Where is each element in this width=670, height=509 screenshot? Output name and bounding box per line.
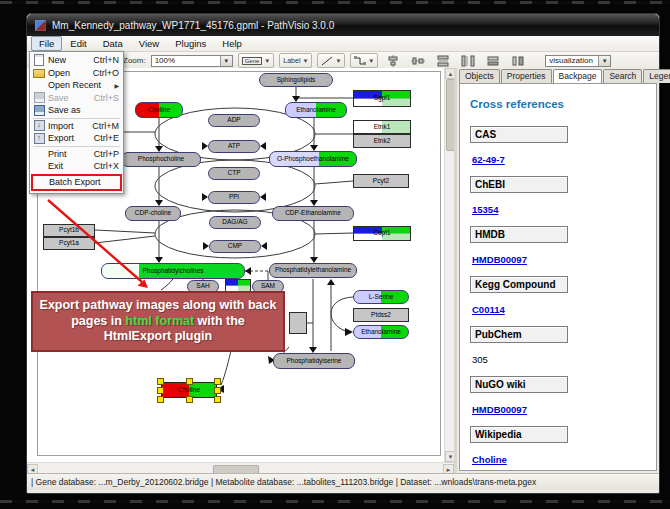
node-phosphatidylcholines[interactable]: Phosphatidylcholines — [101, 263, 245, 279]
node-phosphatidylethanolamine[interactable]: Phosphatidylethanolamine — [269, 263, 357, 278]
selection-handle[interactable] — [157, 378, 164, 385]
xref-section: ChEBI 15354 — [470, 176, 656, 217]
tab-objects[interactable]: Objects — [459, 69, 500, 83]
align-middle-button[interactable] — [408, 53, 428, 69]
node-cdp-choline[interactable]: CDP-choline — [125, 206, 181, 221]
zoom-label: Zoom: — [123, 56, 146, 65]
label-tool-button[interactable]: Label ▼ — [279, 53, 312, 68]
gene-tool-button[interactable]: Gene ▼ — [238, 53, 275, 68]
selection-handle[interactable] — [214, 387, 221, 394]
xref-section: Wikipedia Choline — [470, 426, 656, 467]
xref-link-wikipedia[interactable]: Choline — [472, 454, 507, 465]
side-panel: Objects Properties Backpage Search Legen… — [457, 68, 659, 473]
node-pcyt1a[interactable]: Pcyt1a — [43, 237, 95, 250]
connector-tool-button[interactable]: ▼ — [350, 53, 378, 68]
line-tool-button[interactable]: ▼ — [317, 53, 345, 68]
tab-properties[interactable]: Properties — [501, 69, 552, 83]
menu-item-new[interactable]: New Ctrl+N — [30, 54, 123, 67]
xref-link-cas[interactable]: 62-49-7 — [472, 154, 505, 165]
distribute-vertical-button[interactable] — [433, 53, 453, 69]
menu-item-open[interactable]: Open Ctrl+O — [30, 67, 123, 80]
common-height-button[interactable] — [508, 53, 528, 69]
zoom-select[interactable]: 100% ▼ — [151, 55, 233, 67]
menu-file[interactable]: File — [31, 36, 62, 51]
node-phosphatidylserine[interactable]: Phosphatidylserine — [273, 353, 355, 369]
menu-item-print[interactable]: Print Ctrl+P — [30, 148, 123, 161]
node-o-phosphoethanolamine[interactable]: O-Phosphoethanolamine — [269, 151, 357, 167]
node-dag[interactable]: DAG/AG — [209, 216, 261, 229]
node-atp[interactable]: ATP — [208, 140, 260, 153]
node-gene-hidden-partial[interactable] — [289, 312, 307, 334]
xref-link-chebi[interactable]: 15354 — [472, 204, 498, 215]
node-etnk1[interactable]: Etnk1 — [353, 120, 411, 134]
menu-item-import[interactable]: ↓ Import Ctrl+M — [30, 120, 123, 133]
slide-border-texture-top — [0, 1, 670, 4]
node-phosphocholine[interactable]: Phosphocholine — [121, 152, 201, 167]
backpage-panel: Cross references CAS 62-49-7 ChEBI 15354… — [459, 83, 657, 471]
menu-edit[interactable]: Edit — [62, 36, 94, 51]
title-bar: Mm_Kennedy_pathway_WP1771_45176.gpml - P… — [27, 14, 659, 36]
node-adp[interactable]: ADP — [208, 114, 260, 127]
node-sphingolipids[interactable]: Sphingolipids — [259, 73, 333, 87]
xref-link-kegg[interactable]: C00114 — [472, 304, 505, 315]
selection-handle[interactable] — [214, 396, 221, 403]
xref-link-hmdb[interactable]: HMDB00097 — [472, 254, 527, 265]
node-ptdss2[interactable]: Ptdss2 — [353, 308, 409, 322]
menu-data[interactable]: Data — [95, 36, 131, 51]
menu-item-export[interactable]: ↑ Export Ctrl+E — [30, 132, 123, 145]
menu-separator — [33, 118, 120, 119]
tab-search[interactable]: Search — [603, 69, 642, 83]
xref-section: PubChem 305 — [470, 326, 656, 367]
node-pcyt1b[interactable]: Pcyt1b — [43, 224, 95, 237]
menu-help[interactable]: Help — [214, 36, 250, 51]
visualization-select[interactable]: visualization ▼ — [545, 55, 611, 67]
node-pcyt2[interactable]: Pcyt2 — [353, 174, 409, 188]
node-cdp-ethanolamine[interactable]: CDP-Ethanolamine — [272, 206, 354, 221]
node-choline-top[interactable]: Choline — [135, 102, 183, 118]
selection-handle[interactable] — [186, 396, 193, 403]
align-center-icon — [386, 55, 400, 67]
selection-handle[interactable] — [157, 387, 164, 394]
menu-item-batch-export[interactable]: Batch Export — [31, 174, 122, 191]
menu-item-save-as[interactable]: Save as — [30, 104, 123, 117]
node-sgpl1[interactable]: Sgpl1 — [353, 90, 411, 107]
selection-handle[interactable] — [214, 378, 221, 385]
menu-view[interactable]: View — [131, 36, 167, 51]
selection-handle[interactable] — [157, 396, 164, 403]
common-width-button[interactable] — [483, 53, 503, 69]
selection-handle[interactable] — [186, 378, 193, 385]
app-icon — [35, 20, 46, 31]
side-panel-tabs: Objects Properties Backpage Search Legen… — [457, 68, 659, 83]
chevron-down-icon[interactable]: ▼ — [598, 56, 610, 66]
new-file-icon — [33, 54, 45, 66]
xref-value-pubchem: 305 — [472, 354, 488, 365]
node-ctp[interactable]: CTP — [208, 167, 260, 180]
node-l-serine[interactable]: L-Serine — [353, 290, 409, 304]
align-center-button[interactable] — [383, 53, 403, 69]
xref-source-wikipedia: Wikipedia — [470, 426, 568, 443]
chevron-down-icon[interactable]: ▼ — [335, 58, 341, 64]
xref-link-nugo[interactable]: HMDB00097 — [472, 404, 527, 415]
xref-source-chebi: ChEBI — [470, 176, 568, 193]
elbow-connector-icon — [354, 56, 366, 66]
menu-item-exit[interactable]: Exit Ctrl+X — [30, 160, 123, 173]
node-ppi[interactable]: PPi — [208, 191, 260, 204]
chevron-down-icon[interactable]: ▼ — [220, 56, 232, 66]
export-icon: ↑ — [33, 133, 45, 144]
distribute-horizontal-button[interactable] — [458, 53, 478, 69]
tab-backpage[interactable]: Backpage — [553, 69, 603, 83]
chevron-down-icon[interactable]: ▼ — [302, 58, 308, 64]
chevron-down-icon[interactable]: ▼ — [368, 58, 374, 64]
node-cmp[interactable]: CMP — [209, 240, 261, 253]
common-width-icon — [486, 55, 500, 67]
node-etnk2[interactable]: Etnk2 — [353, 134, 411, 148]
node-ethanolamine-top[interactable]: Ethanolamine — [285, 102, 347, 118]
tab-legend[interactable]: Legend — [643, 69, 670, 83]
import-icon: ↓ — [33, 120, 45, 131]
xref-source-kegg: Kegg Compound — [470, 276, 568, 293]
node-cept1[interactable]: Cept1 — [353, 226, 411, 241]
chevron-down-icon[interactable]: ▼ — [264, 58, 270, 64]
menu-plugins[interactable]: Plugins — [167, 36, 214, 51]
menu-item-open-recent[interactable]: Open Recent ▶ — [30, 79, 123, 92]
node-ethanolamine-bottom[interactable]: Ethanolamine — [353, 325, 409, 339]
